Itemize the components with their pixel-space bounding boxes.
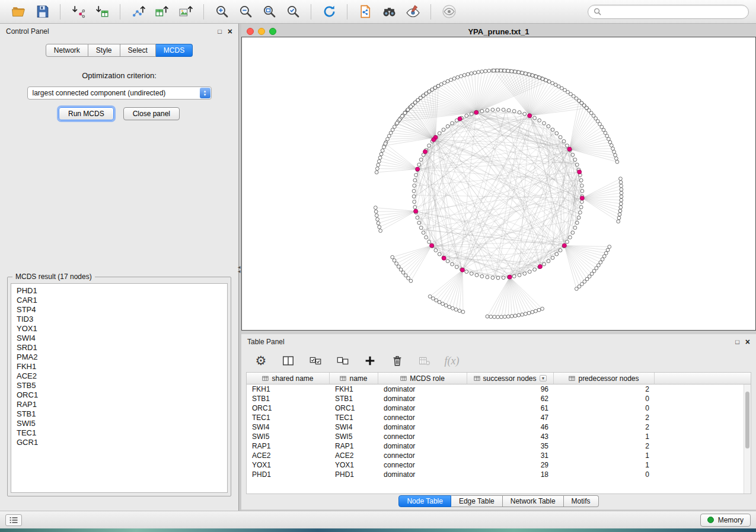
column-header-successor-nodes[interactable]: successor nodes▼ [467,373,554,384]
mcds-node-stb1[interactable] [528,114,532,118]
close-panel-button[interactable]: Close panel [123,107,180,120]
sort-dropdown-icon[interactable]: ▼ [540,375,547,382]
minimize-window-icon[interactable] [258,28,265,35]
mcds-node-stp4[interactable] [578,170,582,174]
mcds-result-item[interactable]: STB1 [17,409,222,419]
mcds-result-item[interactable]: RAP1 [17,400,222,409]
tab-motifs[interactable]: Motifs [564,495,599,507]
criterion-select[interactable]: largest connected component (undirected)… [27,86,212,100]
splitter-collapse-icon[interactable]: ◀◀ [238,265,241,273]
table-settings-button[interactable]: ⚙ [253,353,269,368]
export-table-button[interactable] [151,2,173,21]
column-header-shared-name[interactable]: shared name [247,373,330,384]
mcds-result-item[interactable]: ORC1 [17,390,222,400]
export-network-button[interactable] [127,2,149,21]
search-box[interactable] [588,5,749,19]
deselect-all-button[interactable] [335,353,350,368]
open-session-button[interactable] [7,2,30,21]
save-session-button[interactable] [31,2,53,21]
tab-select[interactable]: Select [120,44,156,57]
table-row[interactable]: PHD1PHD1dominator180 [247,470,744,479]
mcds-result-item[interactable]: CAR1 [17,296,222,305]
mcds-result-item[interactable]: PMA2 [17,352,222,362]
tab-style[interactable]: Style [88,44,120,57]
tab-mcds[interactable]: MCDS [156,44,193,57]
mcds-node-phd1[interactable] [414,209,418,213]
table-row[interactable]: SWI5SWI5connector431 [247,432,744,441]
table-row[interactable]: TEC1TEC1connector472 [247,413,744,422]
zoom-out-button[interactable] [234,2,257,21]
float-table-panel-icon[interactable]: □ [735,339,739,345]
hide-graphics-details-button[interactable] [438,2,460,21]
tab-network[interactable]: Network [46,44,88,57]
select-all-button[interactable] [308,353,323,368]
table-row[interactable]: RAP1RAP1dominator352 [247,441,744,451]
mcds-node-gcr1[interactable] [416,167,420,171]
mcds-result-item[interactable]: STP4 [17,305,222,315]
mcds-node-swi5[interactable] [562,243,566,248]
close-panel-icon[interactable]: × [228,28,232,35]
import-network-button[interactable] [67,2,90,21]
zoom-fit-button[interactable] [258,2,280,21]
mcds-node-car1[interactable] [458,117,462,121]
show-columns-button[interactable] [280,353,296,368]
column-header-predecessor-nodes[interactable]: predecessor nodes [554,373,655,384]
show-graphics-details-button[interactable] [401,2,424,21]
table-scrollbar[interactable] [744,384,751,493]
mcds-result-item[interactable]: TEC1 [17,428,222,438]
maximize-window-icon[interactable] [269,28,276,35]
mcds-result-item[interactable]: GCR1 [17,438,222,447]
close-window-icon[interactable] [247,28,254,35]
mcds-node-tec1[interactable] [580,196,584,200]
mcds-result-item[interactable]: PHD1 [17,286,222,296]
mcds-result-item[interactable]: STB5 [17,381,222,390]
apply-layout-button[interactable] [318,2,340,21]
mcds-node-ace2[interactable] [460,268,464,272]
mcds-node-swi4[interactable] [567,147,572,151]
mcds-node-yox1[interactable] [430,243,434,248]
table-row[interactable]: FKH1FKH1dominator962 [247,384,744,394]
column-header-mcds-role[interactable]: MCDS role [378,373,467,384]
column-header-name[interactable]: name [330,373,378,384]
table-row[interactable]: YOX1YOX1connector291 [247,460,744,470]
run-mcds-button[interactable]: Run MCDS [59,107,114,120]
add-column-button[interactable] [362,353,378,368]
panel-menu-button[interactable] [5,514,22,526]
mcds-result-item[interactable]: YOX1 [17,324,222,334]
float-panel-icon[interactable]: □ [218,28,222,35]
mcds-node-pma2[interactable] [423,150,428,154]
mcds-node-stb5[interactable] [432,137,436,142]
trash-icon [391,354,404,367]
import-table-button[interactable] [91,2,113,21]
mcds-result-item[interactable]: FKH1 [17,362,222,371]
table-row[interactable]: SWI4SWI4dominator462 [247,422,744,432]
mcds-result-item[interactable]: ACE2 [17,371,222,381]
table-row[interactable]: STB1STB1dominator620 [247,394,744,403]
search-input[interactable] [605,8,743,16]
mcds-node-tid3[interactable] [538,264,543,268]
mcds-result-list[interactable]: PHD1CAR1STP4TID3YOX1SWI4SRD1PMA2FKH1ACE2… [11,283,228,493]
mcds-result-item[interactable]: SWI4 [17,334,222,343]
mcds-node-fkh1[interactable] [474,110,479,114]
tab-node-table[interactable]: Node Table [398,495,451,507]
mcds-result-item[interactable]: SRD1 [17,343,222,352]
network-graph[interactable] [242,37,755,330]
mcds-result-item[interactable]: SWI5 [17,419,222,428]
zoom-selected-button[interactable] [282,2,304,21]
tab-network-table[interactable]: Network Table [503,495,564,507]
scrollbar-thumb[interactable] [745,392,749,448]
table-row[interactable]: ORC1ORC1dominator610 [247,403,744,413]
delete-column-button[interactable] [390,353,405,368]
network-canvas[interactable] [241,37,756,331]
mcds-node-rap1[interactable] [508,275,512,279]
tab-edge-table[interactable]: Edge Table [451,495,503,507]
mcds-result-item[interactable]: TID3 [17,315,222,324]
close-table-panel-icon[interactable]: × [745,339,750,345]
export-image-button[interactable] [174,2,197,21]
find-button[interactable] [378,2,400,21]
table-row[interactable]: ACE2ACE2connector311 [247,451,744,460]
zoom-in-button[interactable] [210,2,233,21]
network-from-selection-button[interactable] [354,2,377,21]
mcds-node-srd1[interactable] [442,256,446,260]
memory-button[interactable]: Memory [700,514,751,527]
